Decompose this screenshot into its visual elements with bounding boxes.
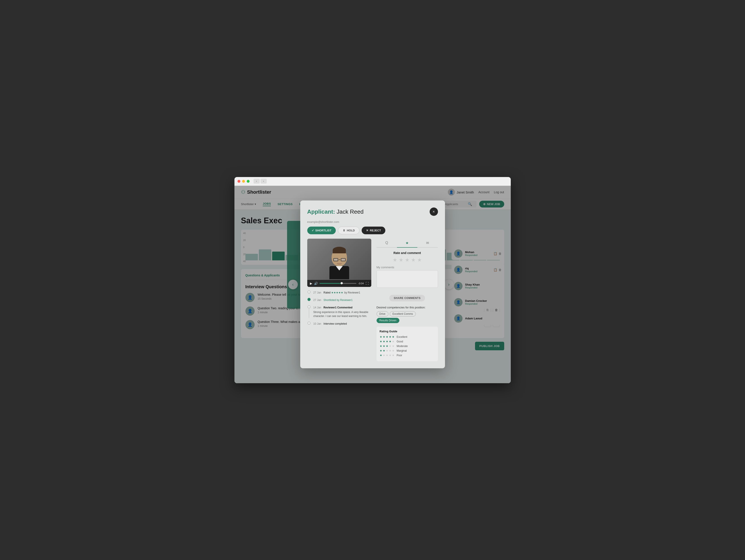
star-2[interactable]: ★ (399, 257, 403, 263)
timeline-action-4: Interview completed (323, 322, 347, 325)
play-button[interactable]: ▶ (310, 282, 312, 285)
competency-tags: Drive Excellent Comms Results Driven (377, 311, 438, 323)
star-5[interactable]: ★ (417, 257, 422, 263)
rating-guide-title: Rating Guide (380, 330, 435, 333)
comp-tag-drive: Drive (377, 311, 388, 316)
browser-window: ‹ › ⚇ Shortlister 👤 Janet Smith Account … (234, 177, 511, 383)
competencies-title: Desired competencies for this position: (377, 306, 438, 309)
back-button[interactable]: ‹ (254, 179, 260, 184)
timeline-dot-1 (307, 290, 311, 293)
modal-body: ▶ 🔊 -0:04 ⛶ (307, 239, 438, 361)
timeline-date-1: 27 Jan (314, 291, 321, 294)
rating-label-good: Good (397, 340, 403, 343)
comments-label: My comments (377, 266, 438, 269)
applicant-modal: Applicant: Jack Reed × example@shortlist… (300, 200, 445, 368)
reject-button[interactable]: ✕ REJECT (362, 226, 385, 234)
timeline-content-1: 27 Jan Rated ★★★★★ by Reviewer1 (314, 290, 371, 294)
timeline-reviewer-1: by Reviewer1 (344, 291, 360, 294)
timeline-content-2: 27 Jan Shortlisted by Reviewer1 (314, 298, 371, 302)
rating-label-marginal: Marginal (397, 349, 407, 352)
volume-button[interactable]: 🔊 (314, 282, 318, 285)
rate-section: Rate and comment ★ ★ ★ ★ ★ My comments (377, 251, 438, 291)
rating-label-excellent: Excellent (397, 335, 408, 338)
traffic-light-yellow[interactable] (242, 180, 245, 183)
timeline-item-1: 27 Jan Rated ★★★★★ by Reviewer1 (307, 290, 371, 298)
competencies-section: Desired competencies for this position: … (377, 306, 438, 323)
rating-stars-moderate: ★★★★★ (380, 344, 394, 348)
modal-title-label: Applicant: (307, 208, 335, 215)
timeline-action-2: Shortlisted by Reviewer1 (323, 299, 353, 302)
forward-button[interactable]: › (261, 179, 267, 184)
hold-button[interactable]: ⏸ HOLD (338, 226, 359, 234)
browser-titlebar: ‹ › (234, 177, 511, 186)
video-time: -0:04 (358, 282, 364, 285)
tab-email[interactable]: ✉ (417, 239, 438, 248)
x-icon: ✕ (366, 229, 368, 232)
rating-row-excellent: ★★★★★ Excellent (380, 335, 435, 338)
timeline-line-2 (309, 301, 309, 302)
comments-textarea[interactable] (377, 270, 438, 288)
timeline-item-2: 27 Jan Shortlisted by Reviewer1 (307, 298, 371, 305)
rate-title: Rate and comment (377, 251, 438, 255)
comp-tag-results: Results Driven (377, 318, 399, 323)
modal-header: Applicant: Jack Reed × (307, 208, 438, 216)
tab-q[interactable]: Q (377, 239, 397, 248)
comp-tag-comms: Excellent Comms (390, 311, 416, 316)
timeline-dot-wrapper-4 (307, 321, 311, 325)
timeline-item-4: 10 Jan Interview completed (307, 321, 371, 329)
rating-row-marginal: ★★★★★ Marginal (380, 349, 435, 352)
rating-stars-good: ★★★★★ (380, 340, 394, 343)
traffic-light-green[interactable] (247, 180, 250, 183)
timeline-item-3: 14 Jan Reviewer1 Commented Strong experi… (307, 305, 371, 321)
timeline-date-2: 27 Jan (314, 299, 321, 302)
check-icon: ✓ (312, 229, 314, 232)
share-comments-button[interactable]: SHARE COMMENTS (389, 295, 425, 301)
timeline-comment: Strong experience in this space. A very … (314, 310, 371, 318)
traffic-light-red[interactable] (237, 180, 240, 183)
video-controls: ▶ 🔊 -0:04 ⛶ (307, 280, 371, 287)
timeline-dot-wrapper-2 (307, 298, 311, 302)
tab-star[interactable]: ★ (397, 239, 417, 248)
timeline-content-3: 14 Jan Reviewer1 Commented Strong experi… (314, 305, 371, 318)
pause-icon: ⏸ (343, 229, 346, 232)
modal-actions: ✓ SHORTLIST ⏸ HOLD ✕ REJECT (307, 226, 438, 234)
star-1[interactable]: ★ (393, 257, 397, 263)
timeline-content-4: 10 Jan Interview completed (314, 321, 371, 325)
rating-label-poor: Poor (397, 354, 402, 357)
rating-stars-excellent: ★★★★★ (380, 335, 394, 338)
rating-label-moderate: Moderate (397, 345, 408, 348)
star-4[interactable]: ★ (411, 257, 416, 263)
timeline-action-3: Reviewer1 Commented (323, 306, 352, 309)
modal-close-button[interactable]: × (430, 208, 438, 216)
timeline-dot-4 (307, 321, 311, 324)
timeline-dot-3 (307, 305, 311, 308)
video-container: ▶ 🔊 -0:04 ⛶ (307, 239, 371, 287)
modal-right: Q ★ ✉ Rate and comment ★ ★ ★ ★ (377, 239, 438, 361)
modal-tabs: Q ★ ✉ (377, 239, 438, 248)
timeline-stars-1: ★★★★★ (331, 291, 343, 294)
video-thumbnail (307, 239, 371, 287)
stars-row: ★ ★ ★ ★ ★ (377, 257, 438, 263)
star-3[interactable]: ★ (405, 257, 410, 263)
progress-fill (320, 283, 342, 284)
timeline-date-3: 14 Jan (314, 306, 321, 309)
timeline-dot-wrapper (307, 290, 311, 294)
timeline-line (309, 294, 309, 294)
timeline: 27 Jan Rated ★★★★★ by Reviewer1 (307, 290, 371, 329)
modal-title-name: Jack Reed (337, 208, 364, 215)
rating-row-poor: ★★★★★ Poor (380, 353, 435, 357)
rating-guide: Rating Guide ★★★★★ Excellent ★★★★★ (377, 326, 438, 361)
progress-dot (341, 282, 343, 284)
timeline-action-1: Rated (323, 291, 331, 294)
app-background: ⚇ Shortlister 👤 Janet Smith Account Log … (234, 186, 511, 383)
progress-bar[interactable] (320, 283, 357, 284)
modal-email: example@shortlister.com (307, 220, 438, 223)
fullscreen-button[interactable]: ⛶ (365, 282, 369, 285)
rating-row-good: ★★★★★ Good (380, 340, 435, 343)
rating-stars-poor: ★★★★★ (380, 353, 394, 357)
timeline-date-4: 10 Jan (314, 322, 321, 325)
rating-row-moderate: ★★★★★ Moderate (380, 344, 435, 348)
timeline-dot-wrapper-3 (307, 305, 311, 318)
shortlist-button[interactable]: ✓ SHORTLIST (307, 226, 336, 234)
timeline-dot-2 (307, 298, 311, 301)
